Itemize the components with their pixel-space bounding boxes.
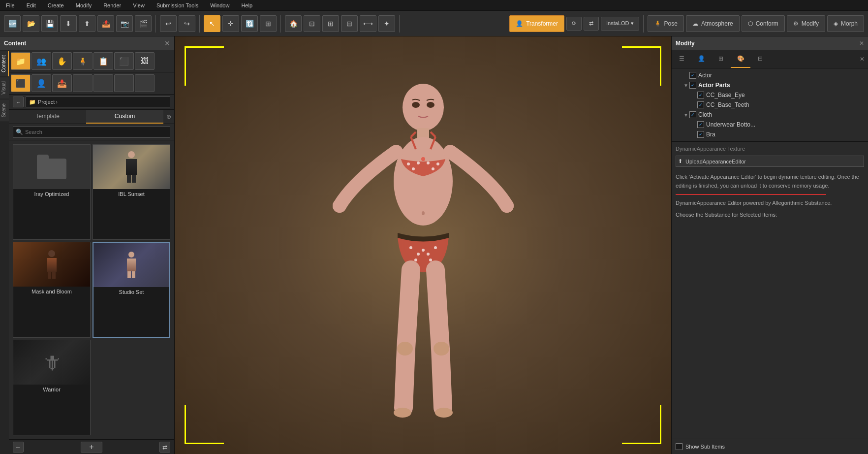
scale-btn[interactable]: ⊞ — [260, 15, 277, 32]
tab-template[interactable]: Template — [9, 110, 86, 124]
tree-checkbox-underwear[interactable]: ✓ — [697, 121, 704, 128]
new-file-btn[interactable]: 🆕 — [4, 15, 21, 32]
list-item[interactable]: Iray Optimized — [13, 144, 91, 240]
list-item[interactable]: IBL Sunset — [93, 144, 170, 240]
export-btn[interactable]: ⬆ — [79, 15, 95, 32]
icon-folder-btn[interactable]: 📁 — [11, 52, 31, 70]
icon-image-btn[interactable]: 🖼 — [135, 52, 155, 70]
icon-upload-btn[interactable]: 📤 — [52, 74, 72, 92]
menu-render[interactable]: Render — [101, 1, 123, 9]
bottom-add-btn[interactable]: + — [81, 442, 102, 453]
menu-view[interactable]: View — [131, 1, 147, 9]
tree-checkbox-actor-parts[interactable]: ✓ — [689, 82, 696, 89]
show-sub-checkbox[interactable] — [676, 443, 682, 450]
icon-figure-btn[interactable]: 🧍 — [73, 52, 93, 70]
pose-btn[interactable]: 🧍 Pose — [648, 15, 684, 32]
modify-btn[interactable]: ⚙ Modify — [787, 15, 825, 32]
redo-btn[interactable]: ↪ — [179, 15, 195, 32]
viewport[interactable] — [175, 36, 671, 454]
list-item[interactable]: 🗡 Warrior — [13, 340, 91, 435]
tree-arrow-cloth[interactable]: ▼ — [683, 112, 689, 118]
export2-btn[interactable]: 📤 — [97, 15, 114, 32]
save-btn[interactable]: 💾 — [41, 15, 58, 32]
info-text: Click 'Activate Appearance Editor' to be… — [676, 173, 864, 190]
tree-checkbox-actor[interactable]: ✓ — [689, 72, 696, 79]
tree-item-teeth[interactable]: ✓ CC_Base_Teeth — [672, 100, 868, 110]
right-panel-close-btn[interactable]: ✕ — [859, 40, 864, 47]
undo-btn[interactable]: ↩ — [160, 15, 177, 32]
icon-blank2-btn[interactable] — [93, 74, 113, 92]
tree-item-actor-parts[interactable]: ▼ ✓ Actor Parts — [672, 80, 868, 90]
list-item[interactable]: Studio Set — [93, 242, 170, 338]
main-toolbar: 🆕 📂 💾 ⬇ ⬆ 📤 📷 🎬 ↩ ↪ ↖ ✛ 🔃 ⊞ 🏠 ⊡ ⊞ ⊟ ⟷ ✦ … — [0, 11, 868, 36]
tab-expand-btn[interactable]: ⊕ — [163, 110, 174, 124]
instaLOD-btn[interactable]: InstaLOD ▾ — [601, 17, 639, 31]
tree-checkbox-eye[interactable]: ✓ — [697, 92, 704, 98]
conform-btn[interactable]: ⬡ Conform — [742, 15, 785, 32]
rotate-btn[interactable]: 🔃 — [241, 15, 258, 32]
icon-people-btn[interactable]: 👥 — [31, 52, 51, 70]
select-btn[interactable]: ↖ — [204, 15, 220, 32]
move-btn[interactable]: ✛ — [222, 15, 239, 32]
tree-checkbox-teeth[interactable]: ✓ — [697, 101, 704, 108]
right-tab-palette[interactable]: 🎨 — [731, 50, 750, 68]
transformer-btn[interactable]: 👤 Transformer — [509, 15, 564, 32]
menu-window[interactable]: Window — [208, 1, 231, 9]
bottom-right-btn[interactable]: ⇄ — [159, 442, 170, 453]
tree-checkbox-bra[interactable]: ✓ — [697, 131, 704, 138]
upload-appearance-btn[interactable]: ⬆ UploadAppearanceEditor — [676, 156, 864, 167]
frame2-btn[interactable]: ⊞ — [322, 15, 339, 32]
menu-file[interactable]: File — [4, 1, 17, 9]
icon-blank3-btn[interactable] — [114, 74, 134, 92]
render-btn[interactable]: 🎬 — [135, 15, 152, 32]
camera-btn[interactable]: 📷 — [116, 15, 133, 32]
mode-btn[interactable]: ⟳ — [566, 17, 582, 31]
icon-sq-btn[interactable]: ⬛ — [11, 74, 31, 92]
tree-item-actor[interactable]: ✓ Actor — [672, 70, 868, 80]
star-btn[interactable]: ✦ — [378, 15, 395, 32]
search-input[interactable] — [13, 126, 170, 138]
tree-item-cloth[interactable]: ▼ ✓ Cloth — [672, 110, 868, 120]
import-btn[interactable]: ⬇ — [60, 15, 77, 32]
right-tab-grid[interactable]: ⊟ — [750, 50, 770, 68]
list-item[interactable]: Mask and Bloom — [13, 242, 91, 338]
menu-help[interactable]: Help — [239, 1, 254, 9]
left-panel-close-btn[interactable]: ✕ — [164, 39, 170, 47]
morph-btn[interactable]: ◈ Morph — [827, 15, 864, 32]
frame-btn[interactable]: ⊡ — [304, 15, 320, 32]
tree-arrow-actor-parts[interactable]: ▼ — [683, 83, 689, 88]
vtab-content[interactable]: Content — [0, 51, 9, 76]
right-tab-filter[interactable]: ☰ — [672, 50, 691, 68]
tree-item-underwear[interactable]: ✓ Underwear Botto... — [672, 120, 868, 130]
mode2-btn[interactable]: ⇄ — [584, 17, 599, 31]
nav-back-btn[interactable]: ← — [13, 97, 24, 107]
icon-hand-btn[interactable]: ✋ — [52, 52, 72, 70]
frame3-btn[interactable]: ⊟ — [341, 15, 358, 32]
icon-blank4-btn[interactable] — [135, 74, 155, 92]
mirror-btn[interactable]: ⟷ — [360, 15, 376, 32]
icon-blank1-btn[interactable] — [73, 74, 93, 92]
tree-item-bra[interactable]: ✓ Bra — [672, 130, 868, 139]
tree-item-eye[interactable]: ✓ CC_Base_Eye — [672, 90, 868, 100]
icon-box-btn[interactable]: ⬛ — [114, 52, 134, 70]
tree-checkbox-cloth[interactable]: ✓ — [689, 111, 696, 118]
icon-person-btn[interactable]: 👤 — [31, 74, 51, 92]
tab-custom[interactable]: Custom — [86, 110, 163, 124]
menu-create[interactable]: Create — [46, 1, 66, 9]
menu-edit[interactable]: Edit — [25, 1, 38, 9]
atmosphere-btn[interactable]: ☁ Atmosphere — [686, 15, 740, 32]
open-file-btn[interactable]: 📂 — [23, 15, 39, 32]
vtab-scene[interactable]: Scene — [0, 99, 9, 121]
bottom-left-btn[interactable]: ← — [13, 442, 24, 453]
right-tab-person[interactable]: 👤 — [691, 50, 711, 68]
menu-submission[interactable]: Submission Tools — [155, 1, 200, 9]
right-tab-sliders[interactable]: ⊞ — [711, 50, 731, 68]
menu-modify[interactable]: Modify — [74, 1, 93, 9]
studio-content — [93, 243, 169, 287]
vtab-visual[interactable]: Visual — [0, 77, 9, 98]
icon-clipboard-btn[interactable]: 📋 — [93, 52, 113, 70]
folder-thumb — [37, 155, 66, 179]
home-btn[interactable]: 🏠 — [285, 15, 302, 32]
character-area — [175, 36, 671, 454]
right-tab-close[interactable]: ✕ — [856, 50, 868, 68]
